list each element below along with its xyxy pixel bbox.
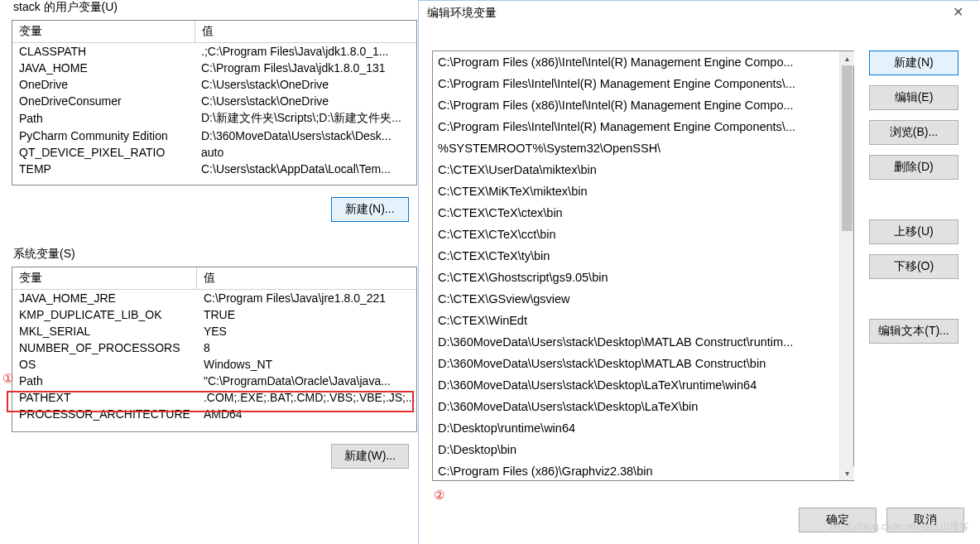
table-row[interactable]: NUMBER_OF_PROCESSORS8 (12, 339, 417, 356)
var-value: AMD64 (197, 406, 417, 422)
new-user-var-button[interactable]: 新建(N)... (331, 197, 409, 222)
table-row[interactable]: CLASSPATH.;C:\Program Files\Java\jdk1.8.… (12, 43, 416, 60)
var-value: YES (197, 323, 417, 339)
table-row[interactable]: PROCESSOR_ARCHITECTUREAMD64 (12, 406, 417, 422)
var-name: JAVA_HOME_JRE (12, 290, 197, 307)
list-item[interactable]: C:\Program Files (x86)\Intel\Intel(R) Ma… (433, 94, 838, 116)
table-row[interactable]: KMP_DUPLICATE_LIB_OKTRUE (12, 306, 417, 323)
table-row[interactable]: Path"C:\ProgramData\Oracle\Java\java... (12, 373, 417, 389)
user-vars-title: stack 的用户变量(U) (13, 0, 414, 15)
table-row[interactable]: JAVA_HOMEC:\Program Files\Java\jdk1.8.0_… (12, 60, 416, 76)
list-item[interactable]: C:\Program Files\Intel\Intel(R) Manageme… (433, 73, 838, 94)
var-value: C:\Users\stack\OneDrive (195, 93, 416, 109)
scroll-up-icon[interactable]: ▴ (840, 51, 854, 65)
user-vars-table[interactable]: 变量 值 CLASSPATH.;C:\Program Files\Java\jd… (12, 20, 417, 185)
table-row[interactable]: QT_DEVICE_PIXEL_RATIOauto (12, 144, 416, 161)
dialog-title-bar[interactable]: 编辑环境变量 ✕ (419, 1, 979, 24)
list-item[interactable]: D:\360MoveData\Users\stack\Desktop\LaTeX… (433, 396, 838, 417)
table-row[interactable]: OSWindows_NT (12, 356, 417, 373)
var-name: MKL_SERIAL (12, 323, 197, 339)
list-item[interactable]: C:\Program Files (x86)\Intel\Intel(R) Ma… (433, 51, 838, 73)
var-value: .;C:\Program Files\Java\jdk1.8.0_1... (195, 43, 416, 60)
table-row[interactable]: JAVA_HOME_JREC:\Program Files\Java\jre1.… (12, 290, 417, 307)
var-name: NUMBER_OF_PROCESSORS (12, 339, 197, 356)
var-value: Windows_NT (197, 356, 417, 373)
var-value: D:\360MoveData\Users\stack\Desk... (195, 128, 416, 144)
var-name: OneDrive (12, 76, 195, 93)
list-item[interactable]: C:\Program Files (x86)\Graphviz2.38\bin (433, 460, 838, 480)
browse-button[interactable]: 浏览(B)... (869, 120, 958, 145)
scroll-down-icon[interactable]: ▾ (840, 466, 854, 480)
list-item[interactable]: C:\CTEX\WinEdt (433, 310, 838, 331)
var-value: .COM;.EXE;.BAT;.CMD;.VBS;.VBE;.JS;... (197, 389, 417, 406)
list-item[interactable]: D:\360MoveData\Users\stack\Desktop\MATLA… (433, 331, 838, 353)
var-name: CLASSPATH (12, 43, 195, 60)
user-col-val[interactable]: 值 (195, 21, 416, 43)
var-name: KMP_DUPLICATE_LIB_OK (12, 306, 197, 323)
annotation-1: ① (2, 371, 13, 386)
var-value: C:\Users\stack\AppData\Local\Tem... (195, 161, 416, 177)
var-name: PATHEXT (12, 389, 197, 406)
list-item[interactable]: C:\Program Files\Intel\Intel(R) Manageme… (433, 116, 838, 137)
dialog-title-text: 编辑环境变量 (427, 6, 497, 19)
list-item[interactable]: D:\Desktop\runtime\win64 (433, 417, 838, 439)
new-button[interactable]: 新建(N) (869, 51, 958, 75)
list-item[interactable]: D:\360MoveData\Users\stack\Desktop\LaTeX… (433, 374, 838, 396)
list-item[interactable]: C:\CTEX\CTeX\cct\bin (433, 224, 838, 245)
list-item[interactable]: C:\CTEX\UserData\miktex\bin (433, 159, 838, 181)
var-value: C:\Program Files\Java\jre1.8.0_221 (197, 290, 417, 307)
env-vars-window: stack 的用户变量(U) 变量 值 CLASSPATH.;C:\Progra… (0, 0, 422, 544)
var-name: PyCharm Community Edition (12, 128, 195, 144)
edit-env-var-dialog: 编辑环境变量 ✕ C:\Program Files (x86)\Intel\In… (418, 0, 979, 544)
table-row[interactable]: TEMPC:\Users\stack\AppData\Local\Tem... (12, 161, 416, 177)
var-value: D:\新建文件夹\Scripts\;D:\新建文件夹... (195, 109, 416, 128)
close-icon[interactable]: ✕ (941, 1, 974, 19)
table-row[interactable]: MKL_SERIALYES (12, 323, 417, 339)
new-sys-var-button[interactable]: 新建(W)... (331, 444, 409, 469)
var-value: auto (195, 144, 416, 161)
var-name: OS (12, 356, 197, 373)
sys-vars-table[interactable]: 变量 值 JAVA_HOME_JREC:\Program Files\Java\… (12, 267, 417, 432)
var-name: TEMP (12, 161, 195, 177)
list-item[interactable]: D:\360MoveData\Users\stack\Desktop\MATLA… (433, 353, 838, 374)
list-item[interactable]: C:\CTEX\CTeX\ty\bin (433, 245, 838, 267)
var-value: C:\Users\stack\OneDrive (195, 76, 416, 93)
table-row[interactable]: PyCharm Community EditionD:\360MoveData\… (12, 128, 416, 144)
move-down-button[interactable]: 下移(O) (869, 254, 958, 279)
edit-text-button[interactable]: 编辑文本(T)... (869, 319, 958, 344)
var-value: 8 (197, 339, 417, 356)
user-col-var[interactable]: 变量 (12, 21, 195, 43)
var-value: C:\Program Files\Java\jdk1.8.0_131 (195, 60, 416, 76)
sys-col-val[interactable]: 值 (197, 267, 417, 290)
var-name: JAVA_HOME (12, 60, 195, 76)
list-item[interactable]: C:\CTEX\GSview\gsview (433, 288, 838, 310)
var-value: TRUE (197, 306, 417, 323)
delete-button[interactable]: 删除(D) (869, 155, 958, 180)
list-item[interactable]: C:\CTEX\CTeX\ctex\bin (433, 202, 838, 224)
scroll-thumb[interactable] (842, 65, 853, 231)
sys-col-var[interactable]: 变量 (12, 267, 197, 290)
path-entries-listbox[interactable]: C:\Program Files (x86)\Intel\Intel(R) Ma… (432, 51, 854, 481)
list-item[interactable]: D:\Desktop\bin (433, 439, 838, 460)
list-item[interactable]: %SYSTEMROOT%\System32\OpenSSH\ (433, 137, 838, 159)
table-row[interactable]: OneDriveC:\Users\stack\OneDrive (12, 76, 416, 93)
annotation-2: ② (434, 488, 444, 503)
var-name: QT_DEVICE_PIXEL_RATIO (12, 144, 195, 161)
var-value: "C:\ProgramData\Oracle\Java\java... (197, 373, 417, 389)
table-row[interactable]: OneDriveConsumerC:\Users\stack\OneDrive (12, 93, 416, 109)
var-name: Path (12, 373, 197, 389)
var-name: Path (12, 109, 195, 128)
table-row[interactable]: PathD:\新建文件夹\Scripts\;D:\新建文件夹... (12, 109, 416, 128)
scrollbar[interactable]: ▴ ▾ (839, 51, 853, 480)
list-item[interactable]: C:\CTEX\MiKTeX\miktex\bin (433, 181, 838, 202)
edit-button[interactable]: 编辑(E) (869, 85, 958, 110)
table-row[interactable]: PATHEXT.COM;.EXE;.BAT;.CMD;.VBS;.VBE;.JS… (12, 389, 417, 406)
sys-vars-title: 系统变量(S) (13, 247, 414, 262)
list-item[interactable]: C:\CTEX\Ghostscript\gs9.05\bin (433, 267, 838, 288)
var-name: PROCESSOR_ARCHITECTURE (12, 406, 197, 422)
move-up-button[interactable]: 上移(U) (869, 219, 958, 244)
watermark: https://blog.csdn.net/qq510博客 (830, 520, 969, 534)
var-name: OneDriveConsumer (12, 93, 195, 109)
